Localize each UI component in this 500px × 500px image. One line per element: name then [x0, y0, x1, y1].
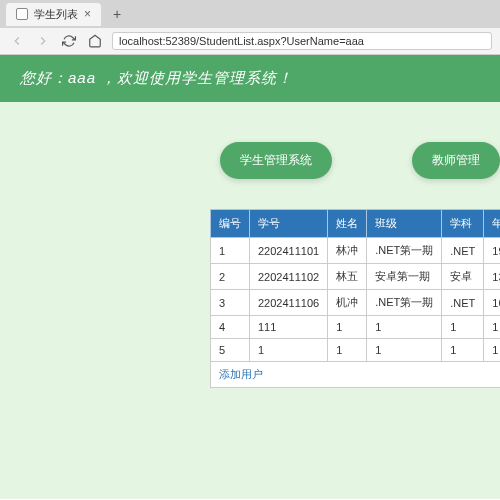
col-subject: 学科: [442, 210, 484, 238]
home-button[interactable]: [86, 32, 104, 50]
table-cell: 2202411101: [250, 238, 328, 264]
tab-close-icon[interactable]: ×: [84, 7, 91, 21]
table-cell: 2: [211, 264, 250, 290]
table-body: 12202411101林冲.NET第一期.NET1918825685222024…: [211, 238, 501, 388]
table-cell: 2202411106: [250, 290, 328, 316]
col-id: 编号: [211, 210, 250, 238]
table-cell: 1: [328, 316, 367, 339]
table-cell: 1: [442, 339, 484, 362]
table-cell: 1: [250, 339, 328, 362]
table-cell: 1: [484, 316, 500, 339]
tab-favicon: [16, 8, 28, 20]
table-cell: 5: [211, 339, 250, 362]
col-name: 姓名: [328, 210, 367, 238]
page-viewport: 您好：aaa ，欢迎使用学生管理系统！ 学生管理系统 教师管理 编号 学号 姓名…: [0, 55, 500, 499]
url-text: localhost:52389/StudentList.aspx?UserNam…: [119, 35, 485, 47]
forward-button[interactable]: [34, 32, 52, 50]
table-row[interactable]: 12202411101林冲.NET第一期.NET1918825685: [211, 238, 501, 264]
table-row[interactable]: 32202411106机冲.NET第一期.NET1618825444: [211, 290, 501, 316]
table-cell: 111: [250, 316, 328, 339]
table-cell: 1: [328, 339, 367, 362]
table-cell: .NET第一期: [367, 290, 442, 316]
table-cell: 1: [367, 316, 442, 339]
table-row[interactable]: 22202411102林五安卓第一期安卓1318825685: [211, 264, 501, 290]
content-area: 学生管理系统 教师管理 编号 学号 姓名 班级 学科 年龄 电话 1220241…: [0, 102, 500, 388]
welcome-banner: 您好：aaa ，欢迎使用学生管理系统！: [0, 55, 500, 102]
refresh-button[interactable]: [60, 32, 78, 50]
table-row[interactable]: 5111111: [211, 339, 501, 362]
back-button[interactable]: [8, 32, 26, 50]
table-cell: 13: [484, 264, 500, 290]
tab-bar: 学生列表 × +: [0, 0, 500, 28]
table-cell: 安卓: [442, 264, 484, 290]
col-age: 年龄: [484, 210, 500, 238]
pill-buttons: 学生管理系统 教师管理: [280, 142, 500, 179]
table-cell: 19: [484, 238, 500, 264]
tab-title: 学生列表: [34, 7, 78, 22]
add-user-row[interactable]: 添加用户: [211, 362, 501, 388]
table-cell: 16: [484, 290, 500, 316]
student-table: 编号 学号 姓名 班级 学科 年龄 电话 12202411101林冲.NET第一…: [210, 209, 500, 388]
table-cell: 1: [367, 339, 442, 362]
browser-tab[interactable]: 学生列表 ×: [6, 3, 101, 26]
url-bar[interactable]: localhost:52389/StudentList.aspx?UserNam…: [112, 32, 492, 50]
teacher-system-button[interactable]: 教师管理: [412, 142, 500, 179]
table-cell: .NET: [442, 238, 484, 264]
table-row[interactable]: 411111111: [211, 316, 501, 339]
table-cell: .NET第一期: [367, 238, 442, 264]
col-studentno: 学号: [250, 210, 328, 238]
table-cell: 安卓第一期: [367, 264, 442, 290]
browser-chrome: 学生列表 × + localhost:52389/StudentList.asp…: [0, 0, 500, 55]
table-cell: 林五: [328, 264, 367, 290]
table-cell: 1: [442, 316, 484, 339]
student-system-button[interactable]: 学生管理系统: [220, 142, 332, 179]
table-cell: 机冲: [328, 290, 367, 316]
table-cell: 林冲: [328, 238, 367, 264]
table-header-row: 编号 学号 姓名 班级 学科 年龄 电话: [211, 210, 501, 238]
col-class: 班级: [367, 210, 442, 238]
add-user-link[interactable]: 添加用户: [211, 362, 501, 388]
table-cell: 1: [211, 238, 250, 264]
table-cell: .NET: [442, 290, 484, 316]
nav-bar: localhost:52389/StudentList.aspx?UserNam…: [0, 28, 500, 54]
table-cell: 4: [211, 316, 250, 339]
student-table-wrap: 编号 学号 姓名 班级 学科 年龄 电话 12202411101林冲.NET第一…: [210, 209, 500, 388]
new-tab-button[interactable]: +: [107, 6, 127, 22]
table-cell: 2202411102: [250, 264, 328, 290]
table-cell: 3: [211, 290, 250, 316]
table-cell: 1: [484, 339, 500, 362]
welcome-text: 您好：aaa ，欢迎使用学生管理系统！: [20, 69, 293, 86]
